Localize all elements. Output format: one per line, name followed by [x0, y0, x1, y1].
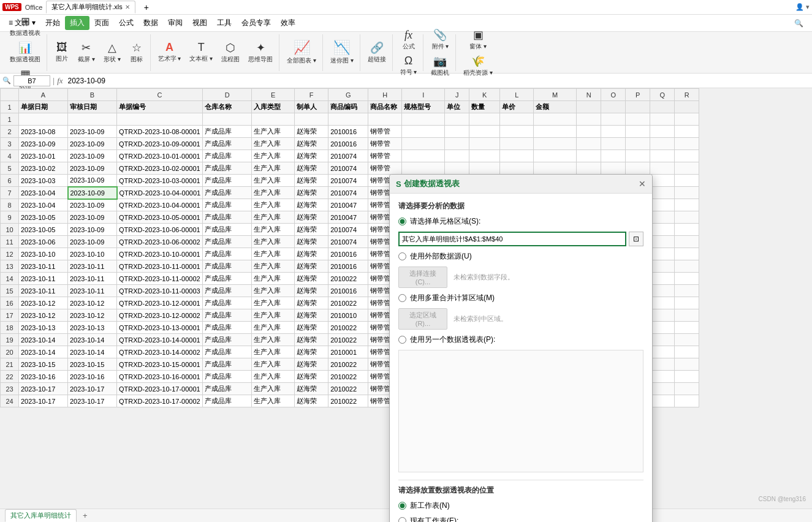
cell-1-c[interactable]	[117, 113, 203, 126]
cell-9-extra-8[interactable]	[650, 211, 675, 224]
cell-1-h[interactable]	[368, 113, 402, 126]
cell-24-b[interactable]: 2023-10-17	[68, 395, 117, 407]
cell-7-extra-8[interactable]	[650, 187, 675, 199]
radio-external-source[interactable]	[398, 252, 406, 260]
active-tab[interactable]: 某它入库单明细统计.xls ✕	[46, 1, 135, 13]
cell-8-f[interactable]: 赵海荣	[295, 199, 328, 211]
cell-8-extra-9[interactable]	[675, 199, 699, 211]
cell-1-a[interactable]	[19, 113, 68, 126]
cell-1-r[interactable]	[675, 101, 699, 113]
cell-13-a[interactable]: 2023-10-11	[19, 260, 68, 273]
cell-1-m[interactable]: 金额	[534, 101, 577, 113]
cell-18-b[interactable]: 2023-10-13	[68, 322, 117, 334]
cell-23-f[interactable]: 赵海荣	[295, 383, 328, 395]
cell-1-p[interactable]	[626, 101, 650, 113]
cell-12-g[interactable]: 2010016	[328, 248, 368, 260]
cell-9-d[interactable]: 产成品库	[203, 211, 252, 224]
cell-3-h[interactable]: 钢带管	[368, 138, 402, 150]
cell-4-e[interactable]: 生产入库	[252, 150, 295, 162]
cell-18-c[interactable]: QTRXD-2023-10-13-00001	[117, 322, 203, 334]
ribbon-btn-picture[interactable]: 🖼 图片	[51, 40, 73, 65]
cell-3-extra-4[interactable]	[534, 138, 577, 150]
cell-5-g[interactable]: 2010074	[328, 162, 368, 175]
cell-21-d[interactable]: 产成品库	[203, 358, 252, 371]
cell-4-b[interactable]: 2023-10-09	[68, 150, 117, 162]
cell-3-e[interactable]: 生产入库	[252, 138, 295, 150]
cell-24-g[interactable]: 2010022	[328, 395, 368, 407]
cell-5-extra-4[interactable]	[534, 162, 577, 175]
cell-24-a[interactable]: 2023-10-17	[19, 395, 68, 407]
cell-3-extra-6[interactable]	[601, 138, 626, 150]
ribbon-btn-formula[interactable]: fx 公式	[398, 28, 420, 52]
cell-13-extra-8[interactable]	[650, 260, 675, 273]
cell-15-b[interactable]: 2023-10-11	[68, 285, 117, 297]
cell-15-g[interactable]: 2010016	[328, 285, 368, 297]
cell-1-extra-1[interactable]	[445, 113, 469, 126]
cell-14-a[interactable]: 2023-10-11	[19, 273, 68, 285]
cell-5-extra-8[interactable]	[650, 162, 675, 175]
cell-22-c[interactable]: QTRXD-2023-10-16-00001	[117, 371, 203, 383]
cell-12-d[interactable]: 产成品库	[203, 248, 252, 260]
menu-vip[interactable]: 会员专享	[237, 16, 276, 30]
cell-7-d[interactable]: 产成品库	[203, 187, 252, 199]
cell-23-b[interactable]: 2023-10-17	[68, 383, 117, 395]
menu-data[interactable]: 数据	[138, 16, 163, 30]
cell-20-extra-8[interactable]	[650, 346, 675, 358]
cell-3-extra-2[interactable]	[469, 138, 500, 150]
cell-14-d[interactable]: 产成品库	[203, 273, 252, 285]
cell-2-extra-8[interactable]	[650, 126, 675, 138]
cell-1-k[interactable]: 数量	[469, 101, 500, 113]
sheet-tab-1[interactable]: 其它入库单明细统计	[5, 509, 77, 522]
cell-4-extra-4[interactable]	[534, 150, 577, 162]
cell-15-c[interactable]: QTRXD-2023-10-11-00003	[117, 285, 203, 297]
cell-9-extra-9[interactable]	[675, 211, 699, 224]
cell-5-h[interactable]: 钢带管	[368, 162, 402, 175]
cell-1-extra-8[interactable]	[650, 113, 675, 126]
cell-1-extra-6[interactable]	[601, 113, 626, 126]
cell-1-extra-9[interactable]	[675, 113, 699, 126]
col-header-m[interactable]: M	[534, 89, 577, 101]
cell-18-a[interactable]: 2023-10-13	[19, 322, 68, 334]
cell-1-j[interactable]: 单位	[445, 101, 469, 113]
cell-3-f[interactable]: 赵海荣	[295, 138, 328, 150]
radio-existing-sheet[interactable]	[398, 517, 406, 522]
cell-8-b[interactable]: 2023-10-09	[68, 199, 117, 211]
cell-16-f[interactable]: 赵海荣	[295, 297, 328, 309]
cell-21-extra-9[interactable]	[675, 358, 699, 371]
cell-6-e[interactable]: 生产入库	[252, 175, 295, 187]
cell-5-e[interactable]: 生产入库	[252, 162, 295, 175]
cell-7-e[interactable]: 生产入库	[252, 187, 295, 199]
select-source-btn[interactable]: 选择连接(C)...	[398, 267, 447, 288]
cell-3-d[interactable]: 产成品库	[203, 138, 252, 150]
cell-2-extra-6[interactable]	[601, 126, 626, 138]
cell-5-c[interactable]: QTRXD-2023-10-02-00001	[117, 162, 203, 175]
cell-20-a[interactable]: 2023-10-14	[19, 346, 68, 358]
ribbon-btn-mindmap[interactable]: ✦ 思维导图	[245, 40, 276, 65]
cell-2-extra-3[interactable]	[500, 126, 534, 138]
cell-19-c[interactable]: QTRXD-2023-10-14-00001	[117, 334, 203, 346]
cell-2-extra-2[interactable]	[469, 126, 500, 138]
cell-1-a[interactable]: 单据日期	[19, 101, 68, 113]
cell-17-c[interactable]: QTRXD-2023-10-12-00002	[117, 309, 203, 322]
cell-23-e[interactable]: 生产入库	[252, 383, 295, 395]
range-select-btn[interactable]: ⊡	[629, 232, 643, 246]
cell-5-extra-0[interactable]	[402, 162, 445, 175]
cell-8-g[interactable]: 2010047	[328, 199, 368, 211]
cell-10-a[interactable]: 2023-10-05	[19, 224, 68, 236]
cell-11-extra-9[interactable]	[675, 236, 699, 248]
cell-4-extra-1[interactable]	[445, 150, 469, 162]
cell-1-n[interactable]	[577, 101, 601, 113]
cell-10-extra-8[interactable]	[650, 224, 675, 236]
cell-16-b[interactable]: 2023-10-12	[68, 297, 117, 309]
radio-select-range[interactable]	[398, 218, 406, 225]
cell-16-e[interactable]: 生产入库	[252, 297, 295, 309]
cell-4-extra-0[interactable]	[402, 150, 445, 162]
cell-24-extra-9[interactable]	[675, 395, 699, 407]
cell-16-extra-9[interactable]	[675, 297, 699, 309]
cell-2-d[interactable]: 产成品库	[203, 126, 252, 138]
cell-21-a[interactable]: 2023-10-15	[19, 358, 68, 371]
cell-20-c[interactable]: QTRXD-2023-10-14-00002	[117, 346, 203, 358]
cell-5-extra-3[interactable]	[500, 162, 534, 175]
menu-tools[interactable]: 工具	[212, 16, 237, 30]
cell-1-g[interactable]	[328, 113, 368, 126]
